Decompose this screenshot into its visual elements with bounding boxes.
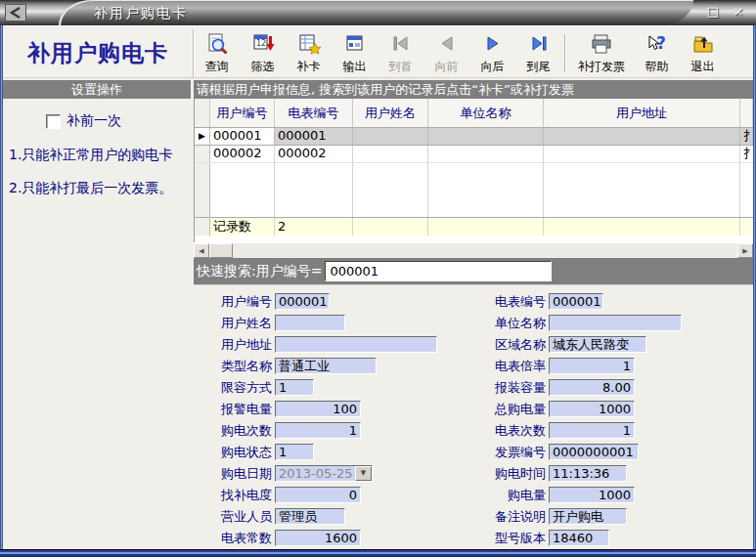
grid-header-user-id[interactable]: 用户编号 [210,99,275,127]
grid-header-meter-id[interactable]: 电表编号 [275,99,353,127]
field-unit-name[interactable] [549,315,682,331]
field-meter-ratio[interactable]: 1 [549,358,635,374]
go-next-button[interactable]: 向后 [469,29,515,77]
record-count-row: 记录数 2 [195,217,753,236]
quick-search-input[interactable]: 000001 [325,261,552,281]
cell-meter-id[interactable]: 000001 [275,128,353,145]
field-alarm-power[interactable]: 100 [275,401,361,417]
output-icon [343,32,367,59]
field-adjust-power[interactable]: 0 [275,487,361,503]
filter-button[interactable]: 12 筛选 [240,29,286,77]
go-first-button[interactable]: 到首 [378,29,423,77]
maximize-button[interactable]: □ [705,4,721,19]
field-label: 电表常数 [205,530,272,547]
help-button[interactable]: ? 帮助 [634,29,680,77]
field-label: 报装容量 [479,379,546,397]
field-purchase-status[interactable]: 1 [275,444,314,460]
cell-user-address[interactable] [544,146,740,162]
field-purchase-time[interactable]: 11:13:36 [549,465,627,482]
grid-empty-cell [544,163,740,217]
grid-header-user-address[interactable]: 用户地址 [544,99,740,127]
field-label: 购电日期 [205,465,272,483]
close-button[interactable]: × [731,4,746,19]
form-left-column: 用户编号000001 用户姓名 用户地址 类型名称普通工业 限容方式1 报警电量… [205,293,437,551]
cell-clipped-text: 扌 [740,146,753,162]
field-total-power[interactable]: 1000 [549,401,635,417]
field-model-version[interactable]: 18460 [549,530,609,546]
field-purchase-amount[interactable]: 1000 [549,487,635,503]
table-row[interactable]: ▶ 000001 000001 扌 [195,128,753,146]
go-next-icon [481,32,505,59]
field-label: 找补电度 [205,487,272,504]
reissue-previous-checkbox-label: 补前一次 [67,112,121,130]
grid-empty-cell [275,163,353,217]
field-label: 类型名称 [205,358,272,375]
cell-user-name[interactable] [353,128,428,145]
scroll-left-icon[interactable]: ◀ [194,243,209,258]
quick-search-bar: 快速搜索:用户编号= 000001 [194,258,753,284]
field-label: 用户地址 [205,336,272,354]
query-button[interactable]: 查询 [194,29,240,77]
cell-user-id[interactable]: 000002 [210,146,275,162]
field-purchase-date[interactable]: 2013-05-25▼ [275,465,373,482]
field-operator[interactable]: 管理员 [275,508,345,525]
title-bar: 补用户购电卡 □ × [0,0,756,25]
cell-user-address[interactable] [544,128,740,145]
reissue-previous-checkbox-row[interactable]: 补前一次 [46,112,191,130]
footer-empty-cell [428,218,544,236]
field-label: 购电时间 [479,465,546,483]
field-invoice-no[interactable]: 0000000001 [549,444,639,460]
reissue-card-button[interactable]: 补卡 [286,29,332,77]
reprint-invoice-button-label: 补打发票 [578,59,625,75]
scrollbar-thumb[interactable] [209,243,233,258]
grid-empty-cell [428,163,544,217]
chevron-down-icon[interactable]: ▼ [355,466,372,481]
horizontal-scrollbar[interactable]: ◀ ▶ [194,242,753,258]
reissue-previous-checkbox[interactable] [46,114,61,129]
field-meter-times[interactable]: 1 [549,422,635,439]
cell-user-name[interactable] [353,146,428,162]
footer-empty-cell [353,218,428,236]
field-installed-capacity[interactable]: 8.00 [549,379,635,396]
table-row[interactable]: 000002 000002 扌 [195,146,753,163]
row-indicator-icon: ▶ [195,128,210,145]
cell-user-id[interactable]: 000001 [210,128,275,145]
help-icon: ? [645,32,669,59]
field-user-name[interactable] [275,315,345,331]
field-label: 电表倍率 [479,358,546,375]
grid-header-user-name[interactable]: 用户姓名 [353,99,428,127]
detail-form: 用户编号000001 用户姓名 用户地址 类型名称普通工业 限容方式1 报警电量… [194,284,753,549]
card-icon [297,32,321,59]
cell-unit-name[interactable] [428,146,544,162]
output-button[interactable]: 输出 [332,29,378,77]
grid-header-unit-name[interactable]: 单位名称 [428,99,544,127]
field-label: 总购电量 [479,401,546,418]
toolbar: 补用户购电卡 查询 12 筛选 补卡 输出 到首 向前 向后 [3,29,753,78]
user-grid: 用户编号 电表编号 用户姓名 单位名称 用户地址 ▶ 000001 000001… [194,99,753,242]
field-meter-constant[interactable]: 1600 [275,530,361,546]
field-capacity-limit[interactable]: 1 [275,379,314,396]
go-prev-button[interactable]: 向前 [423,29,469,77]
footer-empty-cell [740,218,753,236]
field-area-name[interactable]: 城东人民路变 [549,336,646,353]
go-last-button[interactable]: 到尾 [515,29,561,77]
scroll-right-icon[interactable]: ▶ [737,243,753,258]
grid-empty-cell [353,163,428,217]
main-panel: 请根据用户申报信息, 搜索到该用户的记录后点击“补卡”或补打发票 用户编号 电表… [194,80,753,549]
cell-unit-name[interactable] [428,128,544,145]
exit-button[interactable]: 退出 [680,29,726,77]
sidebar-note-1: 1.只能补正常用户的购电卡 [9,146,189,163]
field-type-name[interactable]: 普通工业 [275,358,377,374]
footer-indicator [195,218,210,236]
purchase-date-value: 2013-05-25 [279,466,353,481]
field-user-id[interactable]: 000001 [275,293,330,310]
go-first-icon [389,32,413,59]
field-user-address[interactable] [275,336,437,353]
scrollbar-track[interactable] [233,243,737,258]
field-meter-id[interactable]: 000001 [549,293,603,310]
field-remarks[interactable]: 开户购电 [549,508,627,525]
cell-meter-id[interactable]: 000002 [275,146,353,162]
reprint-invoice-button[interactable]: 补打发票 [569,29,634,77]
field-purchase-count[interactable]: 1 [275,422,361,439]
field-label: 用户编号 [205,293,272,311]
